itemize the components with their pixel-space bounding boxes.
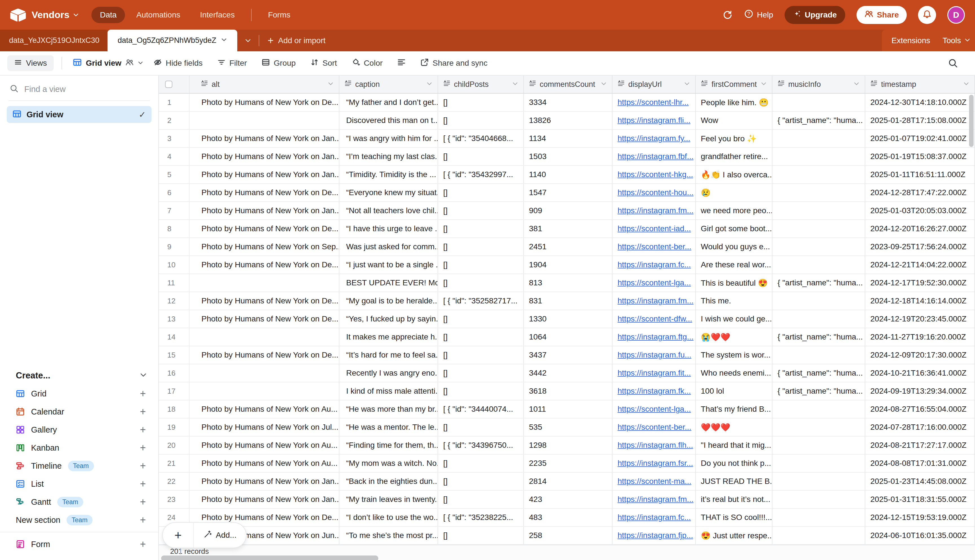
airtable-logo-icon[interactable] (10, 8, 26, 22)
table-tab-inactive[interactable]: data_YeJXCj519OJntxC30 (0, 30, 107, 51)
url-link[interactable]: https://scontent-lhr... (618, 98, 689, 107)
column-header-caption[interactable]: caption (339, 75, 438, 93)
cell-alt[interactable] (190, 112, 339, 129)
row-number[interactable]: 22 (159, 473, 190, 490)
cell-childPosts[interactable]: [ { "id": "34440074... (438, 400, 524, 418)
cell-timestamp[interactable]: 2025-01-23T14:45:08.000Z (865, 473, 975, 490)
cell-musicInfo[interactable] (773, 256, 865, 273)
table-tab-active[interactable]: data_Og5Zq6ZPNhWb5ydeZ (107, 30, 237, 51)
cell-caption[interactable]: BEST UPDATE EVER! Mos... (339, 274, 438, 292)
cell-displayUrl[interactable]: https://instagram.fc... (613, 256, 696, 273)
cell-alt[interactable]: Photo by Humans of New York on De... (190, 93, 339, 111)
group-button[interactable]: Group (254, 55, 303, 71)
cell-commentsCount[interactable]: 2451 (524, 238, 613, 255)
history-icon[interactable] (723, 10, 733, 20)
cell-musicInfo[interactable] (773, 437, 865, 454)
share-button[interactable]: Share (856, 6, 907, 24)
cell-childPosts[interactable]: [ { "id": "35432997... (438, 166, 524, 183)
cell-alt[interactable]: Photo by Humans of New York on Jan... (190, 148, 339, 165)
cell-caption[interactable]: Was just asked for comm... (339, 238, 438, 255)
plus-icon[interactable]: + (140, 496, 146, 508)
column-header-childPosts[interactable]: childPosts (438, 75, 524, 93)
cell-childPosts[interactable]: [] (438, 418, 524, 436)
cell-musicInfo[interactable] (773, 491, 865, 508)
chevron-down-icon[interactable] (684, 80, 690, 89)
url-link[interactable]: https://scontent-hkg... (618, 170, 693, 179)
row-number[interactable]: 3 (159, 130, 190, 147)
cell-commentsCount[interactable]: 2814 (524, 473, 613, 490)
cell-commentsCount[interactable]: 909 (524, 202, 613, 219)
column-header-displayUrl[interactable]: displayUrl (613, 75, 696, 93)
url-link[interactable]: https://instagram.fm... (618, 495, 693, 504)
create-item-timeline[interactable]: TimelineTeam+ (0, 457, 158, 475)
cell-firstComment[interactable]: 😍 Just utter respe... (696, 527, 773, 544)
chevron-down-icon[interactable] (761, 80, 767, 89)
cell-firstComment[interactable]: That’s my friend B... (696, 400, 773, 418)
url-link[interactable]: https://instagram.fu... (618, 350, 691, 360)
cell-caption[interactable]: “Finding time for them, th... (339, 437, 438, 454)
create-item-gantt[interactable]: GanttTeam+ (0, 493, 158, 511)
cell-timestamp[interactable]: 2024-09-19T13:29:34.000Z (865, 382, 975, 400)
row-number[interactable]: 1 (159, 93, 190, 111)
cell-timestamp[interactable]: 2023-09-25T17:56:24.000Z (865, 238, 975, 255)
column-header-alt[interactable]: alt (190, 75, 339, 93)
url-link[interactable]: https://scontent-dfw... (618, 314, 692, 323)
tables-list-chevron-icon[interactable] (237, 30, 259, 51)
cell-timestamp[interactable]: 2025-01-28T17:15:08.000Z (865, 112, 975, 129)
cell-timestamp[interactable]: 2024-10-21T16:36:41.000Z (865, 364, 975, 382)
cell-musicInfo[interactable]: { "artist_name": "huma... (773, 364, 865, 382)
cell-firstComment[interactable]: "I heard that it mig... (696, 437, 773, 454)
row-number[interactable]: 6 (159, 184, 190, 201)
create-item-grid[interactable]: Grid+ (0, 385, 158, 403)
cell-firstComment[interactable]: Are these real wor... (696, 256, 773, 273)
cell-caption[interactable]: “Yes, I fucked up by sayin... (339, 310, 438, 328)
cell-musicInfo[interactable] (773, 418, 865, 436)
cell-timestamp[interactable]: 2024-12-18T14:16:14.000Z (865, 292, 975, 310)
cell-firstComment[interactable]: People like him. 😬 (696, 93, 773, 111)
cell-musicInfo[interactable] (773, 292, 865, 310)
cell-timestamp[interactable]: 2024-12-15T19:53:19.000Z (865, 509, 975, 526)
cell-displayUrl[interactable]: https://scontent-iad... (613, 220, 696, 237)
cell-firstComment[interactable]: it’s real but it’s not... (696, 491, 773, 508)
cell-childPosts[interactable]: [] (438, 527, 524, 544)
cell-caption[interactable]: “He was a mentor. The le... (339, 418, 438, 436)
cell-commentsCount[interactable]: 831 (524, 292, 613, 310)
cell-commentsCount[interactable]: 13826 (524, 112, 613, 129)
cell-commentsCount[interactable]: 3334 (524, 93, 613, 111)
row-number[interactable]: 17 (159, 382, 190, 400)
cell-displayUrl[interactable]: https://instagram.fm... (613, 292, 696, 310)
cell-displayUrl[interactable]: https://instagram.fit... (613, 364, 696, 382)
chevron-down-icon[interactable] (327, 80, 334, 89)
cell-timestamp[interactable]: 2025-01-11T16:51:11.000Z (865, 166, 975, 183)
cell-commentsCount[interactable]: 258 (524, 527, 613, 544)
cell-firstComment[interactable]: we need more peo... (696, 202, 773, 219)
create-header[interactable]: Create... (16, 370, 147, 381)
cell-commentsCount[interactable]: 1904 (524, 256, 613, 273)
cell-childPosts[interactable]: [] (438, 364, 524, 382)
cell-caption[interactable]: It makes me appreciate h... (339, 328, 438, 346)
add-with-ai-button[interactable]: Add... (194, 523, 246, 548)
cell-firstComment[interactable]: Would you guys e... (696, 238, 773, 255)
avatar[interactable]: D (947, 6, 965, 24)
cell-musicInfo[interactable] (773, 455, 865, 472)
cell-childPosts[interactable]: [] (438, 274, 524, 292)
cell-childPosts[interactable]: [] (438, 473, 524, 490)
url-link[interactable]: https://scontent-iad... (618, 224, 691, 233)
url-link[interactable]: https://scontent-ma... (618, 477, 691, 486)
workspace-switcher[interactable]: Vendors (32, 9, 79, 20)
cell-caption[interactable]: “I’m teaching my last clas... (339, 148, 438, 165)
cell-childPosts[interactable]: [] (438, 328, 524, 346)
cell-commentsCount[interactable]: 1064 (524, 328, 613, 346)
cell-caption[interactable]: “My goal is to be heralde... (339, 292, 438, 310)
cell-musicInfo[interactable] (773, 166, 865, 183)
cell-commentsCount[interactable]: 1503 (524, 148, 613, 165)
cell-timestamp[interactable]: 2024-12-20T16:26:27.000Z (865, 220, 975, 237)
cell-alt[interactable]: Photo by Humans of New York on Jul... (190, 418, 339, 436)
cell-alt[interactable] (190, 382, 339, 400)
cell-displayUrl[interactable]: https://scontent-lhr... (613, 93, 696, 111)
plus-icon[interactable]: + (140, 478, 146, 490)
cell-displayUrl[interactable]: https://scontent-hou... (613, 184, 696, 201)
row-number[interactable]: 7 (159, 202, 190, 219)
cell-firstComment[interactable]: The system is wor... (696, 346, 773, 364)
row-number[interactable]: 12 (159, 292, 190, 310)
